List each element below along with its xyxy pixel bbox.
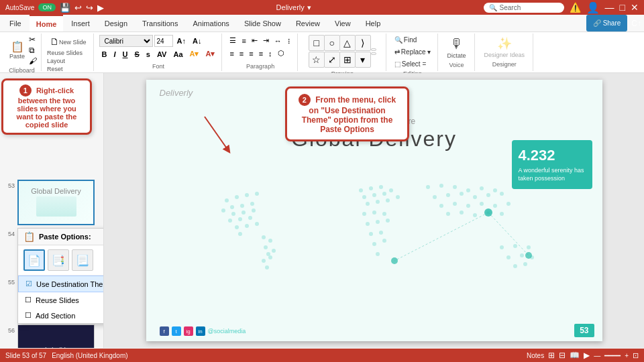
zoom-slider[interactable]: ━━━━ bbox=[604, 352, 621, 359]
svg-point-11 bbox=[228, 219, 232, 223]
more-shapes-button[interactable]: ▾ bbox=[355, 52, 371, 68]
align-left-button[interactable]: ≡ bbox=[227, 48, 235, 59]
font-size-input[interactable] bbox=[154, 35, 173, 47]
replace-button[interactable]: ⇄ Replace ▾ bbox=[392, 47, 433, 57]
account-icon[interactable]: 👤 bbox=[586, 1, 600, 14]
align-center-button[interactable]: ≡ bbox=[237, 48, 246, 59]
increase-font-button[interactable]: A↑ bbox=[174, 36, 189, 46]
cut-button[interactable]: ✂ bbox=[29, 35, 37, 44]
tab-insert[interactable]: Insert bbox=[64, 15, 97, 32]
shape-button-4[interactable]: ⟩ bbox=[355, 35, 371, 51]
reading-view-button[interactable]: 📖 bbox=[570, 351, 580, 360]
reuse-slides-icon[interactable]: 📑 bbox=[48, 249, 69, 271]
tab-review[interactable]: Review bbox=[289, 15, 327, 32]
slide-thumb-56[interactable]: 56 dark slide bbox=[3, 324, 101, 348]
redo-icon[interactable]: ↪ bbox=[86, 3, 93, 13]
svg-point-44 bbox=[379, 231, 383, 235]
shape-button-5[interactable]: ☆ bbox=[309, 52, 325, 68]
find-button[interactable]: 🔍 Find bbox=[392, 35, 433, 45]
shape-button-3[interactable]: △ bbox=[339, 35, 356, 51]
tab-transitions[interactable]: Transitions bbox=[136, 15, 184, 32]
tab-animations[interactable]: Animations bbox=[186, 15, 235, 32]
convert-smartart-button[interactable]: ⬡ bbox=[276, 48, 286, 59]
bold-button[interactable]: B bbox=[99, 49, 110, 60]
undo-icon[interactable]: ↩ bbox=[74, 3, 82, 13]
shape-button-2[interactable]: ○ bbox=[324, 35, 340, 51]
reuse-slides-button[interactable]: Reuse Slides bbox=[47, 50, 83, 56]
reset-button[interactable]: Reset bbox=[47, 66, 63, 72]
fit-slide-button[interactable]: ⊡ bbox=[633, 351, 639, 360]
dictate-button[interactable]: 🎙 Dictate bbox=[443, 35, 470, 60]
context-menu-use-destination[interactable]: ☑ Use Destination Theme (H) bbox=[18, 276, 104, 292]
strikethrough-button[interactable]: S bbox=[132, 49, 142, 60]
save-icon[interactable]: 💾 bbox=[60, 3, 70, 13]
layout-button[interactable]: Layout bbox=[47, 58, 65, 64]
ribbon-group-voice: 🎙 Dictate Voice bbox=[439, 34, 475, 71]
status-bar-right: Notes ⊞ ⊟ 📖 ▶ — ━━━━ + ⊡ bbox=[527, 351, 639, 360]
svg-point-26 bbox=[359, 188, 363, 192]
maximize-button[interactable]: □ bbox=[620, 2, 625, 13]
svg-point-74 bbox=[506, 255, 511, 259]
autosave-toggle[interactable]: ON bbox=[38, 3, 56, 11]
checkmark-icon: ☑ bbox=[25, 280, 32, 288]
new-slide-button[interactable]: 🗋 New Slide bbox=[47, 35, 89, 48]
use-destination-theme-icon[interactable]: 📄 bbox=[23, 249, 45, 271]
svg-point-34 bbox=[376, 200, 380, 204]
shape-button-6[interactable]: ⤢ bbox=[324, 52, 340, 68]
tab-file[interactable]: File bbox=[3, 15, 28, 32]
context-menu-add-section[interactable]: ☐ Add Section bbox=[18, 308, 104, 323]
italic-button[interactable]: I bbox=[111, 49, 119, 60]
shadow-button[interactable]: s bbox=[144, 49, 153, 60]
designer-button[interactable]: ✨ Designer Ideas bbox=[480, 35, 529, 60]
slide-sorter-button[interactable]: ⊟ bbox=[559, 351, 566, 360]
font-family-select[interactable]: Calibri bbox=[99, 35, 153, 47]
font-color-button[interactable]: A▾ bbox=[203, 48, 217, 60]
slide-show-button[interactable]: ▶ bbox=[584, 351, 590, 360]
char-spacing-button[interactable]: AV bbox=[154, 49, 169, 60]
decrease-font-button[interactable]: A↓ bbox=[190, 36, 204, 46]
copy-button[interactable]: ⧉ bbox=[29, 46, 37, 55]
collapse-ribbon-button[interactable]: C↑ bbox=[631, 19, 641, 28]
context-menu-reuse-slides[interactable]: ☐ Reuse Slides bbox=[18, 292, 104, 308]
rtl-button[interactable]: ↔ bbox=[272, 35, 284, 46]
normal-view-button[interactable]: ⊞ bbox=[548, 351, 555, 360]
tab-design[interactable]: Design bbox=[98, 15, 134, 32]
columns-button[interactable]: ⫶ bbox=[285, 35, 293, 46]
title-dropdown-icon[interactable]: ▾ bbox=[307, 3, 311, 12]
arrange-button[interactable] bbox=[371, 48, 376, 51]
keep-source-icon[interactable]: 📃 bbox=[72, 249, 93, 271]
tab-help[interactable]: Help bbox=[359, 15, 388, 32]
svg-point-32 bbox=[382, 192, 386, 196]
zoom-out-button[interactable]: — bbox=[594, 352, 600, 359]
paste-button[interactable]: 📋 Paste bbox=[7, 40, 28, 61]
zoom-in-button[interactable]: + bbox=[625, 352, 629, 359]
select-button[interactable]: ⬚ Select = bbox=[392, 59, 433, 69]
shape-button-7[interactable]: ⊞ bbox=[339, 52, 356, 68]
case-button[interactable]: Aa bbox=[170, 49, 185, 60]
format-painter-button[interactable]: 🖌 bbox=[29, 56, 37, 66]
search-box[interactable]: 🔍 Search bbox=[484, 3, 564, 13]
underline-button[interactable]: U bbox=[120, 49, 131, 60]
notes-button[interactable]: Notes bbox=[527, 352, 544, 359]
svg-point-6 bbox=[250, 202, 254, 206]
decrease-indent-button[interactable]: ⇤ bbox=[250, 35, 260, 46]
slide-thumb-53[interactable]: 53 Global Delivery bbox=[3, 180, 101, 225]
justify-button[interactable]: ≡ bbox=[257, 48, 265, 59]
present-icon[interactable]: ▶ bbox=[97, 3, 104, 13]
increase-indent-button[interactable]: ⇥ bbox=[261, 35, 271, 46]
minimize-button[interactable]: — bbox=[605, 2, 614, 13]
line-spacing-button[interactable]: ↕ bbox=[266, 48, 274, 59]
tab-view[interactable]: View bbox=[328, 15, 358, 32]
close-button[interactable]: ✕ bbox=[631, 2, 639, 13]
canvas-area: 2 From the menu, click on "Use Destinati… bbox=[104, 73, 644, 348]
share-button[interactable]: 🔗 Share bbox=[586, 15, 627, 32]
align-right-button[interactable]: ≡ bbox=[247, 48, 255, 59]
tab-home[interactable]: Home bbox=[30, 15, 64, 32]
numbering-button[interactable]: ≡ bbox=[239, 35, 248, 46]
quick-styles-button[interactable] bbox=[371, 52, 376, 55]
shape-button-1[interactable]: □ bbox=[309, 35, 325, 51]
tab-slideshow[interactable]: Slide Show bbox=[237, 15, 288, 32]
bullets-button[interactable]: ☰ bbox=[227, 35, 238, 46]
destination-theme-img: 📄 bbox=[28, 254, 41, 267]
highlight-button[interactable]: A▾ bbox=[187, 48, 202, 60]
